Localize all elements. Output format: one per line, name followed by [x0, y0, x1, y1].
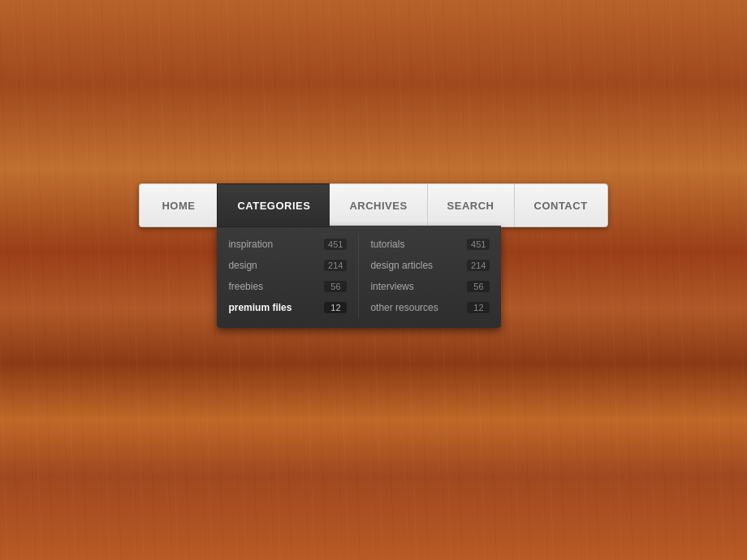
dropdown-item-design[interactable]: design 214: [217, 255, 358, 276]
dropdown-label-freebies: freebies: [228, 281, 263, 292]
dropdown-label-design: design: [228, 260, 257, 271]
dropdown-item-premium[interactable]: premium files 12: [217, 297, 358, 318]
nav-item-contact[interactable]: CONTACT: [514, 183, 608, 227]
dropdown-badge-premium: 12: [324, 302, 347, 313]
dropdown-badge-tutorials: 451: [467, 239, 490, 250]
dropdown-badge-freebies: 56: [324, 281, 347, 292]
page-container: HOME CATEGORIES ARCHIVES SEARCH CONTACT …: [0, 0, 747, 560]
dropdown-label-tutorials: tutorials: [370, 239, 404, 250]
dropdown-badge-design-articles: 214: [467, 260, 490, 271]
dropdown-badge-inspiration: 451: [324, 239, 347, 250]
dropdown-item-interviews[interactable]: interviews 56: [359, 276, 501, 297]
dropdown-grid: inspiration 451 design 214 freebies 56 p…: [217, 234, 501, 318]
dropdown-badge-interviews: 56: [467, 281, 490, 292]
nav-bar: HOME CATEGORIES ARCHIVES SEARCH CONTACT: [139, 183, 607, 227]
dropdown-badge-other-resources: 12: [467, 302, 490, 313]
dropdown-panel: inspiration 451 design 214 freebies 56 p…: [217, 226, 501, 328]
dropdown-item-inspiration[interactable]: inspiration 451: [217, 234, 358, 255]
nav-wrapper: HOME CATEGORIES ARCHIVES SEARCH CONTACT …: [139, 183, 607, 328]
nav-item-archives[interactable]: ARCHIVES: [330, 183, 426, 227]
dropdown-item-design-articles[interactable]: design articles 214: [359, 255, 501, 276]
dropdown-col-left: inspiration 451 design 214 freebies 56 p…: [217, 234, 359, 318]
nav-item-categories[interactable]: CATEGORIES: [217, 183, 330, 227]
dropdown-item-tutorials[interactable]: tutorials 451: [359, 234, 501, 255]
dropdown-label-inspiration: inspiration: [228, 239, 273, 250]
nav-item-search[interactable]: SEARCH: [427, 183, 514, 227]
dropdown-badge-design: 214: [324, 260, 347, 271]
nav-item-home[interactable]: HOME: [139, 183, 217, 227]
dropdown-label-other-resources: other resources: [370, 302, 438, 313]
dropdown-col-right: tutorials 451 design articles 214 interv…: [359, 234, 501, 318]
dropdown-label-premium: premium files: [228, 302, 291, 313]
dropdown-item-freebies[interactable]: freebies 56: [217, 276, 358, 297]
dropdown-item-other-resources[interactable]: other resources 12: [359, 297, 501, 318]
dropdown-label-design-articles: design articles: [370, 260, 433, 271]
dropdown-label-interviews: interviews: [370, 281, 413, 292]
